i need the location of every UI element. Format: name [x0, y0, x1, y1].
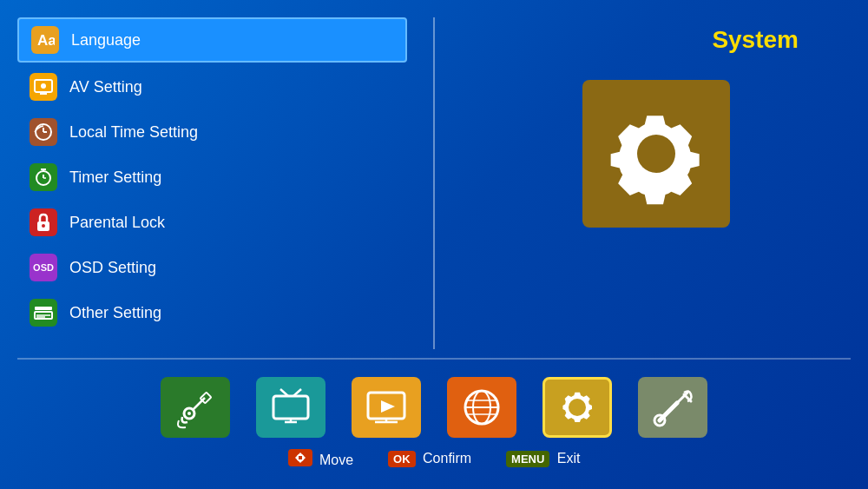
svg-point-21 [187, 412, 191, 415]
av-icon [30, 73, 57, 101]
svg-rect-24 [273, 396, 308, 419]
svg-marker-46 [302, 454, 306, 461]
nav-tv-button[interactable] [256, 377, 326, 438]
menu-control: MENU Exit [506, 451, 580, 467]
time-icon [30, 118, 57, 146]
menu-label: Exit [557, 451, 581, 466]
nav-satellite-button[interactable] [161, 377, 230, 438]
menu-label-timer: Timer Setting [69, 169, 161, 187]
menu-badge: MENU [506, 451, 549, 467]
menu-label-time: Local Time Setting [69, 123, 198, 142]
move-label: Move [319, 453, 353, 467]
other-icon [30, 299, 57, 327]
nav-system-button[interactable] [542, 377, 612, 438]
menu-item-timer[interactable]: Timer Setting [17, 156, 407, 198]
timer-icon [30, 163, 57, 191]
menu-item-parental[interactable]: Parental Lock [17, 202, 407, 243]
menu-item-time[interactable]: Local Time Setting [17, 111, 407, 153]
menu-label-parental: Parental Lock [69, 214, 165, 232]
menu-label-language: Language [71, 31, 141, 50]
move-badge [288, 449, 312, 466]
language-icon: Aa [31, 26, 59, 54]
menu-section: Aa Language AV Setting [17, 17, 407, 349]
svg-point-14 [42, 224, 45, 228]
bottom-nav [17, 368, 851, 442]
status-bar: Move OK Confirm MENU Exit [17, 442, 851, 472]
nav-tools-button[interactable] [638, 377, 707, 438]
content-area: Aa Language AV Setting [17, 17, 851, 349]
menu-label-av: AV Setting [69, 78, 142, 96]
menu-item-av[interactable]: AV Setting [17, 66, 407, 108]
right-section: System [461, 17, 851, 349]
svg-point-2 [41, 83, 46, 89]
svg-text:Aa: Aa [37, 32, 55, 49]
svg-line-39 [660, 403, 677, 420]
gear-icon [604, 102, 708, 206]
ok-badge: OK [388, 451, 416, 467]
svg-line-22 [193, 398, 205, 410]
osd-icon: OSD [30, 254, 57, 281]
system-icon-box [582, 80, 730, 228]
ok-control: OK Confirm [388, 451, 471, 467]
svg-point-38 [569, 399, 586, 416]
menu-label-other: Other Setting [69, 304, 161, 322]
menu-item-other[interactable]: Other Setting [17, 292, 407, 334]
svg-rect-15 [35, 307, 52, 310]
menu-label-osd: OSD Setting [69, 259, 156, 277]
menu-item-language[interactable]: Aa Language [17, 17, 407, 63]
nav-globe-button[interactable] [447, 377, 516, 438]
menu-item-osd[interactable]: OSD OSD Setting [17, 247, 407, 288]
move-control: Move [288, 449, 354, 468]
svg-marker-30 [381, 400, 395, 413]
main-container: Aa Language AV Setting [0, 0, 868, 489]
svg-marker-45 [295, 454, 299, 461]
nav-media-button[interactable] [352, 377, 421, 438]
svg-point-19 [637, 135, 675, 173]
divider [17, 358, 851, 360]
section-title: System [712, 26, 799, 54]
vertical-divider [433, 17, 435, 349]
parental-icon [30, 208, 57, 236]
ok-label: Confirm [423, 451, 471, 466]
